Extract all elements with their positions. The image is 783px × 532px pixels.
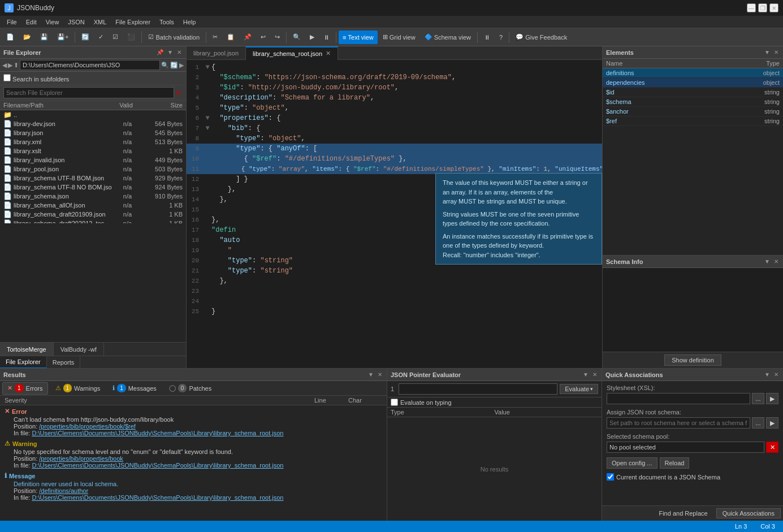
qa-footer-quick-associations[interactable]: Quick Associations: [716, 508, 781, 518]
split-button[interactable]: ⏸: [480, 31, 494, 44]
open-button[interactable]: 📂: [19, 31, 35, 44]
schema-info-close-btn[interactable]: ✕: [773, 258, 780, 265]
status-ln[interactable]: Ln 3: [732, 523, 750, 530]
list-item[interactable]: 📄library_schema UTF-8 NO BOM.json n/a 92…: [0, 183, 186, 192]
validate-button[interactable]: ✓: [94, 31, 107, 44]
qa-footer-find-replace[interactable]: Find and Replace: [652, 508, 713, 518]
elements-row[interactable]: $anchor string: [603, 107, 783, 116]
close-button[interactable]: ✕: [769, 3, 778, 12]
elements-close-btn[interactable]: ✕: [773, 49, 780, 56]
path-back-button[interactable]: ◀: [2, 62, 7, 69]
elements-collapse-btn[interactable]: ▼: [763, 49, 771, 56]
save-all-button[interactable]: 💾+: [53, 31, 72, 44]
stop-button[interactable]: ⏸: [319, 31, 334, 44]
qa-reload-btn[interactable]: Reload: [660, 457, 690, 469]
paste-button[interactable]: 📌: [240, 31, 256, 44]
menu-tools[interactable]: Tools: [155, 16, 179, 28]
list-item[interactable]: 📄library.json n/a 545 Bytes: [0, 128, 186, 137]
path-forward-button[interactable]: ▶: [8, 62, 12, 69]
fe-collapse-button[interactable]: ▼: [166, 49, 174, 56]
find-button[interactable]: 🔍: [289, 31, 305, 44]
format-button[interactable]: ⬛: [123, 31, 139, 44]
qa-collapse-btn[interactable]: ▼: [763, 371, 771, 378]
jp-evaluate-button[interactable]: Evaluate ▾: [560, 384, 598, 394]
qa-stylesheet-browse-btn[interactable]: ...: [752, 393, 764, 404]
batch-validation-button[interactable]: ☑ Batch validation: [144, 31, 204, 44]
copy-button[interactable]: 📋: [223, 31, 239, 44]
jp-eval-on-typing-checkbox[interactable]: [391, 399, 398, 406]
schema-view-button[interactable]: 🔷 Schema view: [421, 31, 475, 44]
qa-root-schema-browse-btn[interactable]: ...: [752, 417, 764, 429]
save-button[interactable]: 💾: [36, 31, 52, 44]
fe-close-button[interactable]: ✕: [176, 49, 183, 56]
path-refresh-button[interactable]: 🔄: [170, 62, 178, 69]
list-item[interactable]: 📄library_invalid.json n/a 449 Bytes: [0, 155, 186, 165]
search-clear-button[interactable]: ✕: [174, 89, 183, 97]
results-tab-messages[interactable]: ℹ 1 Messages: [107, 382, 162, 395]
qa-json-schema-checkbox[interactable]: [607, 473, 614, 481]
tab-valbuddy[interactable]: ValBuddy -wf: [54, 343, 104, 356]
search-input[interactable]: [3, 87, 174, 98]
menu-file-explorer[interactable]: File Explorer: [111, 16, 155, 28]
list-item[interactable]: 📄library_schema.json n/a 910 Bytes: [0, 192, 186, 201]
close-tab-button[interactable]: ✕: [326, 50, 331, 57]
search-subfolders-checkbox[interactable]: [3, 74, 11, 81]
qa-open-config-btn[interactable]: Open config ...: [607, 457, 657, 469]
qa-pool-clear-btn[interactable]: ✕: [766, 442, 778, 453]
give-feedback-button[interactable]: 💬 Give Feedback: [512, 31, 571, 44]
jp-collapse-btn[interactable]: ▼: [582, 371, 590, 378]
results-tab-errors[interactable]: ✕ 1 Errors: [2, 382, 48, 395]
schema-info-collapse-btn[interactable]: ▼: [763, 258, 771, 265]
results-tab-warnings[interactable]: ⚠ 1 Warnings: [50, 382, 106, 395]
new-button[interactable]: 📄: [2, 31, 18, 44]
list-item[interactable]: 📄library_schema_allOf.json n/a 1 KB: [0, 201, 186, 210]
text-view-button[interactable]: ≡ Text view: [339, 31, 378, 44]
jp-close-btn[interactable]: ✕: [591, 371, 598, 378]
elements-row[interactable]: $schema string: [603, 97, 783, 107]
path-input[interactable]: [20, 60, 160, 70]
qa-root-schema-open-btn[interactable]: ▶: [766, 417, 778, 429]
path-search-button[interactable]: 🔍: [161, 62, 169, 69]
menu-help[interactable]: Help: [179, 16, 201, 28]
fe-pin-button[interactable]: 📌: [155, 49, 165, 56]
list-item[interactable]: 📄library_schema UTF-8 BOM.json n/a 929 B…: [0, 174, 186, 183]
restore-button[interactable]: ❐: [758, 3, 767, 12]
path-up-button[interactable]: ⬆: [14, 62, 19, 69]
list-item[interactable]: 📄library.xslt n/a 1 KB: [0, 146, 186, 155]
subtab-reports[interactable]: Reports: [47, 356, 81, 369]
path-go-button[interactable]: ▶: [179, 62, 184, 69]
list-item[interactable]: 📄library.xml n/a 513 Bytes: [0, 137, 186, 146]
elements-row[interactable]: definitions object: [603, 68, 783, 78]
status-col[interactable]: Col 3: [757, 523, 778, 530]
menu-xml[interactable]: XML: [89, 16, 111, 28]
play-button[interactable]: ▶: [306, 31, 318, 44]
qa-close-btn[interactable]: ✕: [773, 371, 780, 378]
list-item[interactable]: 📁..: [0, 110, 186, 119]
tab-library-pool[interactable]: library_pool.json: [187, 46, 246, 60]
menu-json[interactable]: JSON: [63, 16, 89, 28]
results-close-btn[interactable]: ✕: [377, 371, 383, 378]
menu-view[interactable]: View: [41, 16, 64, 28]
undo-button[interactable]: ↩: [257, 31, 270, 44]
minimize-button[interactable]: —: [747, 3, 756, 12]
qa-root-schema-input[interactable]: [607, 417, 750, 429]
subtab-file-explorer[interactable]: File Explorer: [0, 356, 47, 369]
qa-stylesheet-input[interactable]: [607, 393, 750, 404]
show-definition-button[interactable]: Show definition: [664, 354, 721, 366]
results-collapse-btn[interactable]: ▼: [367, 371, 375, 378]
refresh-button[interactable]: 🔄: [77, 31, 93, 44]
elements-row[interactable]: $id string: [603, 88, 783, 97]
tab-library-schema-root[interactable]: library_schema_root.json ✕: [246, 46, 338, 60]
list-item[interactable]: 📄library_schema_draft202012_testing.js..…: [0, 219, 186, 223]
list-item[interactable]: 📄library_pool.json n/a 503 Bytes: [0, 165, 186, 174]
tab-tortoisemerge[interactable]: TortoiseMerge: [0, 343, 54, 356]
grid-view-button[interactable]: ⊞ Grid view: [379, 31, 419, 44]
cut-button[interactable]: ✂: [209, 31, 222, 44]
validate2-button[interactable]: ☑: [109, 31, 122, 44]
results-tab-patches[interactable]: ◯ 0 Patches: [164, 382, 217, 395]
elements-row[interactable]: $ref string: [603, 116, 783, 126]
qa-stylesheet-open-btn[interactable]: ▶: [766, 393, 778, 404]
redo-button[interactable]: ↪: [271, 31, 284, 44]
horizontal-scrollbar[interactable]: [0, 336, 186, 342]
elements-row[interactable]: dependencies object: [603, 78, 783, 88]
